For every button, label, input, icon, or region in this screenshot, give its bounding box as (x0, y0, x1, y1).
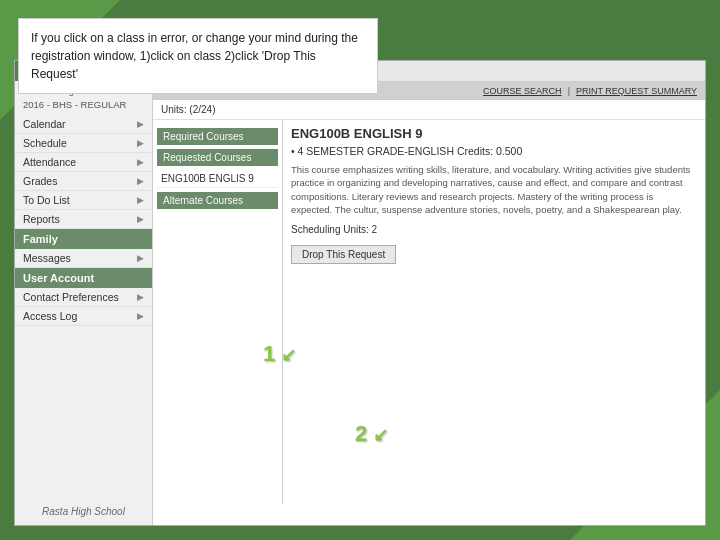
main-content: Course Registration BHS Student 2016 BHS… (153, 61, 705, 525)
sidebar-item-contact-prefs[interactable]: Contact Preferences ▶ (15, 288, 152, 307)
alternate-courses-button[interactable]: Alternate Courses (157, 192, 278, 209)
sidebar-item-attendance[interactable]: Attendance ▶ (15, 153, 152, 172)
two-col-layout: Required Courses Requested Courses ENG10… (153, 120, 705, 504)
course-subtitle: • 4 SEMESTER GRADE-ENGLISH Credits: 0.50… (291, 145, 697, 157)
chevron-right-icon: ▶ (137, 292, 144, 302)
sidebar-item-access-log[interactable]: Access Log ▶ (15, 307, 152, 326)
sidebar: BHS Course Registration: 2016 - BHS - RE… (15, 61, 153, 525)
chevron-right-icon: ▶ (137, 311, 144, 321)
chevron-right-icon: ▶ (137, 176, 144, 186)
sidebar-item-grades[interactable]: Grades ▶ (15, 172, 152, 191)
chevron-right-icon: ▶ (137, 214, 144, 224)
chevron-right-icon: ▶ (137, 138, 144, 148)
instruction-text-line2: registration window, 1)click on class 2)… (31, 49, 316, 81)
units-bar: Units: (2/24) (153, 100, 705, 120)
action-links: COURSE SEARCH | PRINT REQUEST SUMMARY (483, 86, 697, 96)
requested-courses-button[interactable]: Requested Courses (157, 149, 278, 166)
scheduling-units: Scheduling Units: 2 (291, 224, 697, 235)
sidebar-category-family: Family (15, 229, 152, 249)
sidebar-item-schedule[interactable]: Schedule ▶ (15, 134, 152, 153)
chevron-right-icon: ▶ (137, 253, 144, 263)
course-description: This course emphasizes writing skills, l… (291, 163, 697, 216)
annotation-2: 2 ↙ (355, 421, 388, 447)
sidebar-category-user: User Account (15, 268, 152, 288)
sidebar-item-reports[interactable]: Reports ▶ (15, 210, 152, 229)
print-request-link[interactable]: PRINT REQUEST SUMMARY (576, 86, 697, 96)
chevron-right-icon: ▶ (137, 195, 144, 205)
drop-request-button[interactable]: Drop This Request (291, 245, 396, 264)
required-courses-button[interactable]: Required Courses (157, 128, 278, 145)
chevron-right-icon: ▶ (137, 157, 144, 167)
annotation-1: 1 ↙ (263, 341, 296, 367)
chevron-right-icon: ▶ (137, 119, 144, 129)
sidebar-footer: Rasta High School (15, 506, 152, 517)
course-search-link[interactable]: COURSE SEARCH (483, 86, 562, 96)
instruction-text-line1: If you click on a class in error, or cha… (31, 31, 358, 45)
sidebar-item-todo[interactable]: To Do List ▶ (15, 191, 152, 210)
instruction-box: If you click on a class in error, or cha… (18, 18, 378, 94)
sidebar-item-calendar[interactable]: Calendar ▶ (15, 115, 152, 134)
course-title: ENG100B ENGLISH 9 (291, 126, 697, 141)
units-label: Units: (2/24) (161, 104, 215, 115)
right-panel: ENG100B ENGLISH 9 • 4 SEMESTER GRADE-ENG… (283, 120, 705, 504)
browser-window: BHS Course Registration: 2016 - BHS - RE… (14, 60, 706, 526)
sidebar-item-messages[interactable]: Messages ▶ (15, 249, 152, 268)
left-panel: Required Courses Requested Courses ENG10… (153, 120, 283, 504)
course-list-item[interactable]: ENG100B ENGLIS 9 (157, 170, 278, 188)
